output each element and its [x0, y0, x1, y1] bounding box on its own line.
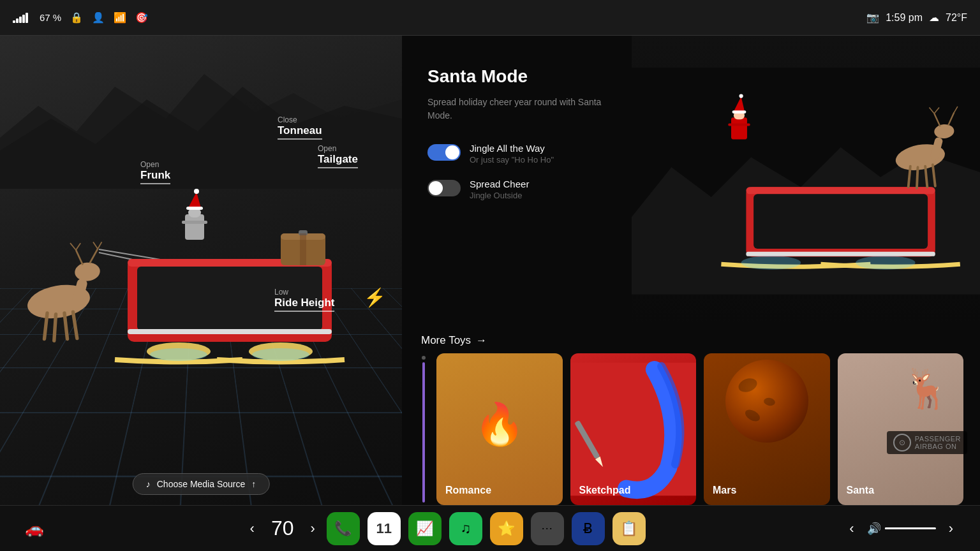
star-app[interactable]: ⭐: [490, 512, 523, 545]
more-toys-label[interactable]: More Toys: [421, 334, 471, 347]
svg-point-60: [739, 94, 743, 98]
nav-forward-button[interactable]: ›: [302, 515, 322, 542]
battery-percent: 67 %: [40, 12, 61, 23]
person-icon: 👤: [92, 11, 105, 24]
spotify-app[interactable]: ♫: [449, 512, 482, 545]
cheer-toggle[interactable]: [427, 180, 461, 196]
media-source-bar[interactable]: ♪ Choose Media Source ↑: [133, 473, 270, 495]
cheer-desc: Jingle Outside: [470, 191, 529, 200]
svg-line-12: [54, 314, 56, 341]
santa-mode-title: Santa Mode: [427, 66, 606, 87]
taskbar: 🚗 ‹ 70 › 📞 11 📈 ♫ ⭐ ··· Ƀ 📋 ‹ 🔊 ›: [0, 505, 980, 551]
more-toys-section: More Toys → 🔥 Romance: [402, 327, 980, 505]
svg-rect-56: [728, 124, 750, 126]
svg-marker-28: [188, 192, 201, 208]
toys-grid: 🔥 Romance: [402, 353, 980, 505]
svg-point-42: [856, 256, 916, 270]
mars-sphere: [725, 360, 808, 443]
volume-icon: 🔊: [867, 522, 881, 536]
svg-line-52: [917, 167, 918, 188]
sleigh-3d-scene: ⚡: [0, 99, 402, 393]
status-bar: 67 % 🔒 👤 📶 🎯 📷 1:59 pm ☁ 72°F: [0, 0, 980, 36]
svg-point-30: [194, 189, 199, 194]
svg-rect-38: [746, 187, 935, 194]
speed-display: 70: [262, 517, 303, 540]
svg-line-6: [70, 243, 76, 250]
scroll-indicator: [415, 353, 433, 505]
bluetooth-app[interactable]: Ƀ: [572, 512, 605, 545]
santa-deer-emoji: 🦌: [903, 366, 951, 411]
jingle-toggle[interactable]: [427, 144, 461, 161]
cheer-toggle-row: Spread Cheer Jingle Outside: [427, 179, 606, 200]
cheer-toggle-knob: [429, 181, 443, 195]
media-back-button[interactable]: ‹: [842, 515, 861, 542]
jingle-label: Jingle All the Way: [470, 143, 554, 154]
time-display: 1:59 pm: [886, 12, 923, 24]
jingle-toggle-knob: [445, 145, 459, 159]
vehicle-icon[interactable]: 🚗: [19, 513, 50, 544]
svg-rect-29: [186, 207, 203, 210]
cheer-label: Spread Cheer: [470, 179, 529, 189]
calendar-app[interactable]: 11: [368, 512, 401, 545]
santa-mode-subtitle: Spread holiday cheer year round with San…: [427, 96, 606, 122]
svg-rect-39: [754, 194, 928, 249]
toy-card-romance[interactable]: 🔥 Romance: [436, 353, 563, 505]
media-source-text: Choose Media Source: [157, 479, 246, 489]
phone-app[interactable]: 📞: [327, 512, 360, 545]
svg-rect-20: [128, 329, 332, 334]
sketchpad-label: Sketchpad: [579, 485, 631, 496]
lightning-bolt: ⚡: [364, 287, 386, 308]
more-toys-arrow[interactable]: →: [476, 334, 487, 347]
svg-line-5: [76, 250, 83, 265]
frunk-label[interactable]: Open Frunk: [140, 160, 170, 184]
notes-app[interactable]: 📋: [612, 512, 646, 545]
toy-card-mars[interactable]: Mars: [704, 353, 830, 505]
svg-rect-34: [300, 233, 306, 265]
taskbar-center: ‹ 70 › 📞 11 📈 ♫ ⭐ ··· Ƀ 📋: [50, 512, 842, 545]
svg-rect-55: [731, 117, 747, 139]
signal-indicator: [13, 13, 28, 23]
ride-height-label[interactable]: Low Ride Height: [274, 288, 334, 312]
taskbar-right: ‹ 🔊 ›: [842, 515, 961, 542]
santa-mode-hero: Santa Mode Spread holiday cheer year rou…: [402, 36, 980, 327]
santa-preview-svg: [632, 36, 980, 327]
location-icon: 🎯: [135, 11, 148, 24]
main-content: ⚡ Open Frunk Close Tonneau Open Tailgate…: [0, 36, 980, 505]
svg-rect-25: [185, 214, 204, 240]
volume-fill: [885, 527, 916, 529]
nav-back-button[interactable]: ‹: [242, 515, 262, 542]
toy-card-santa[interactable]: 🦌 Santa: [838, 353, 964, 505]
volume-control[interactable]: 🔊: [867, 522, 936, 536]
romance-label: Romance: [445, 485, 491, 496]
svg-line-7: [76, 243, 80, 250]
airbag-icon: ⊙: [893, 434, 911, 452]
jingle-desc: Or just say "Ho Ho Ho": [470, 155, 554, 165]
svg-rect-26: [182, 221, 207, 224]
airbag-indicator: ⊙ PASSENGERAIRBAG ON: [887, 431, 967, 454]
more-apps[interactable]: ···: [531, 512, 564, 545]
santa-label: Santa: [847, 485, 875, 496]
music-note-icon: ♪: [146, 479, 151, 489]
media-forward-button[interactable]: ›: [941, 515, 961, 542]
svg-point-23: [150, 348, 207, 361]
svg-point-4: [74, 261, 101, 282]
svg-line-13: [64, 313, 68, 339]
romance-emoji: 🔥: [474, 400, 525, 448]
santa-3d-preview: [632, 36, 980, 327]
more-toys-header[interactable]: More Toys →: [402, 327, 980, 353]
sketchpad-preview: [570, 353, 697, 505]
toy-card-sketchpad[interactable]: Sketchpad: [570, 353, 697, 505]
stocks-app[interactable]: 📈: [408, 512, 442, 545]
svg-rect-59: [732, 110, 746, 114]
cloud-icon: ☁: [929, 11, 939, 24]
svg-line-14: [73, 312, 77, 338]
temperature-display: 72°F: [946, 12, 967, 24]
svg-line-8: [90, 249, 98, 263]
vehicle-view-panel: ⚡ Open Frunk Close Tonneau Open Tailgate…: [0, 36, 402, 505]
volume-track[interactable]: [885, 527, 936, 529]
tonneau-label[interactable]: Close Tonneau: [278, 115, 322, 140]
santa-info-panel: Santa Mode Spread holiday cheer year rou…: [402, 36, 632, 327]
tailgate-label[interactable]: Open Tailgate: [318, 144, 358, 168]
mars-label: Mars: [713, 485, 736, 496]
media-source-action: ↑: [251, 479, 256, 489]
